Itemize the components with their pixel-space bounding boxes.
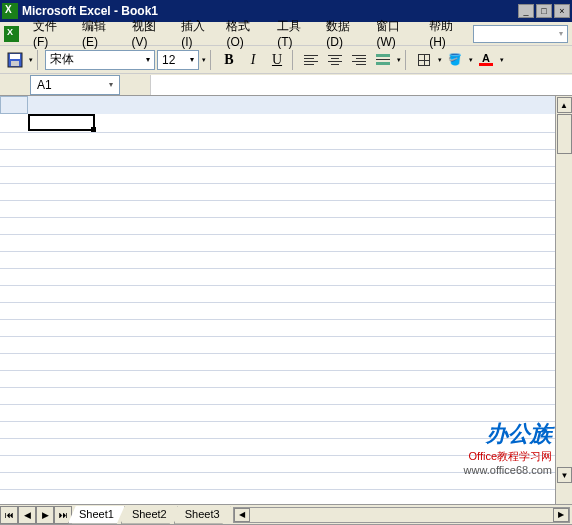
scroll-thumb[interactable] <box>557 114 572 154</box>
sheet-tab-2[interactable]: Sheet2 <box>121 506 178 524</box>
align-left-icon <box>304 53 318 67</box>
menu-view[interactable]: 视图(V) <box>126 16 176 51</box>
save-dropdown-icon[interactable]: ▾ <box>29 56 33 64</box>
cell-reference: A1 <box>37 78 52 92</box>
formula-input[interactable] <box>150 75 572 95</box>
vertical-scrollbar[interactable]: ▲ ▼ <box>555 96 572 504</box>
fill-color-dropdown-icon[interactable]: ▾ <box>469 56 473 64</box>
sheet-tab-1[interactable]: Sheet1 <box>68 506 125 524</box>
font-size-value: 12 <box>162 53 175 67</box>
menu-bar: 文件(F) 编辑(E) 视图(V) 插入(I) 格式(O) 工具(T) 数据(D… <box>0 22 572 46</box>
maximize-button[interactable]: □ <box>536 4 552 18</box>
name-box[interactable]: A1 ▾ <box>30 75 120 95</box>
align-left-button[interactable] <box>300 49 322 71</box>
excel-doc-icon[interactable] <box>4 26 19 42</box>
chevron-down-icon: ▾ <box>146 55 150 64</box>
floppy-disk-icon <box>7 52 23 68</box>
scroll-down-button[interactable]: ▼ <box>557 467 572 483</box>
sheet-nav-next[interactable]: ▶ <box>36 506 54 524</box>
menu-help[interactable]: 帮助(H) <box>423 16 473 51</box>
align-center-button[interactable] <box>324 49 346 71</box>
watermark: 办公族 Office教程学习网 www.office68.com <box>464 419 552 476</box>
align-right-button[interactable] <box>348 49 370 71</box>
chevron-down-icon: ▾ <box>109 80 113 89</box>
font-name-combo[interactable]: 宋体 ▾ <box>45 50 155 70</box>
borders-icon <box>418 54 430 66</box>
formatting-toolbar: ▾ 宋体 ▾ 12 ▾ ▾ B I U ▾ ▾ 🪣 ▾ A ▾ <box>0 46 572 74</box>
svg-rect-2 <box>11 61 19 66</box>
menu-file[interactable]: 文件(F) <box>27 16 76 51</box>
scroll-up-button[interactable]: ▲ <box>557 97 572 113</box>
menu-format[interactable]: 格式(O) <box>220 16 271 51</box>
excel-app-icon <box>2 3 18 19</box>
font-color-icon: A <box>479 53 493 66</box>
menu-data[interactable]: 数据(D) <box>320 16 370 51</box>
fill-color-button[interactable]: 🪣 <box>444 49 466 71</box>
merge-center-button[interactable] <box>372 49 394 71</box>
fx-button[interactable]: fx <box>120 78 150 92</box>
paint-bucket-icon: 🪣 <box>448 53 462 66</box>
sheet-nav-prev[interactable]: ◀ <box>18 506 36 524</box>
watermark-brand: 办公族 <box>464 419 552 449</box>
close-button[interactable]: × <box>554 4 570 18</box>
merge-icon <box>376 52 390 67</box>
horizontal-scrollbar[interactable]: ◀ ▶ <box>233 507 570 523</box>
menu-insert[interactable]: 插入(I) <box>175 16 220 51</box>
watermark-url: www.office68.com <box>464 464 552 476</box>
svg-rect-1 <box>10 54 20 59</box>
scroll-right-button[interactable]: ▶ <box>553 508 569 522</box>
borders-button[interactable] <box>413 49 435 71</box>
active-cell-selection <box>28 114 95 131</box>
font-color-button[interactable]: A <box>475 49 497 71</box>
font-name-value: 宋体 <box>50 51 74 68</box>
save-button[interactable] <box>4 49 26 71</box>
toolbar-options-icon[interactable]: ▾ <box>202 56 206 64</box>
worksheet-grid[interactable]: ▲ ▼ 办公族 Office教程学习网 www.office68.com <box>0 96 572 504</box>
italic-button[interactable]: I <box>242 49 264 71</box>
menu-edit[interactable]: 编辑(E) <box>76 16 126 51</box>
font-color-dropdown-icon[interactable]: ▾ <box>500 56 504 64</box>
align-center-icon <box>328 53 342 67</box>
underline-button[interactable]: U <box>266 49 288 71</box>
sheet-nav-first[interactable]: ⏮ <box>0 506 18 524</box>
menu-window[interactable]: 窗口(W) <box>370 16 423 51</box>
sheet-tab-bar: ⏮ ◀ ▶ ⏭ Sheet1 Sheet2 Sheet3 ◀ ▶ <box>0 504 572 524</box>
select-all-corner[interactable] <box>0 96 28 114</box>
menu-tools[interactable]: 工具(T) <box>271 16 320 51</box>
formula-bar: A1 ▾ fx <box>0 74 572 96</box>
chevron-down-icon: ▾ <box>190 55 194 64</box>
align-right-icon <box>352 53 366 67</box>
borders-dropdown-icon[interactable]: ▾ <box>438 56 442 64</box>
merge-dropdown-icon[interactable]: ▾ <box>397 56 401 64</box>
sheet-tab-3[interactable]: Sheet3 <box>174 506 231 524</box>
help-search-box[interactable]: ▾ <box>473 25 568 43</box>
scroll-left-button[interactable]: ◀ <box>234 508 250 522</box>
font-size-combo[interactable]: 12 ▾ <box>157 50 199 70</box>
bold-button[interactable]: B <box>218 49 240 71</box>
watermark-subtitle: Office教程学习网 <box>464 449 552 464</box>
minimize-button[interactable]: _ <box>518 4 534 18</box>
